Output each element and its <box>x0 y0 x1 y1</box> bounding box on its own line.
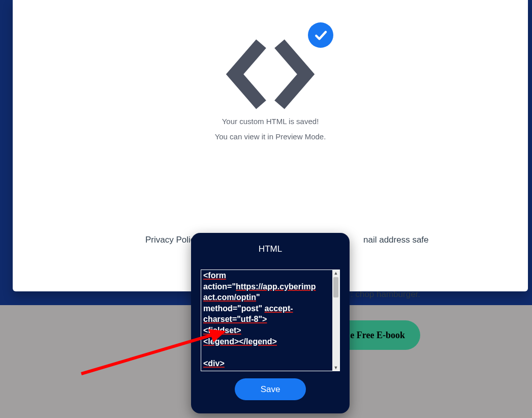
free-ebook-label: e Free E-book <box>350 330 405 341</box>
code-line-10: <label <box>203 370 227 371</box>
html-code-textarea[interactable]: <form action="https://app.cyberimp act.c… <box>201 270 340 371</box>
code-line-1: <form <box>203 271 226 280</box>
html-editor-modal: HTML <form action="https://app.cyberimp … <box>191 233 350 413</box>
code-line-6: <fieldset> <box>203 326 241 335</box>
check-badge-icon <box>308 22 333 48</box>
saved-message-line2: You can view it in Preview Mode. <box>13 132 528 141</box>
saved-message-line1: Your custom HTML is saved! <box>13 117 528 126</box>
code-line-9: <div> <box>203 359 225 368</box>
code-line-2a: action=" <box>203 282 236 291</box>
code-line-7: <legend></legend> <box>203 337 277 346</box>
save-button[interactable]: Save <box>235 378 306 400</box>
privacy-text-right-fragment: nail address safe <box>363 235 429 245</box>
code-line-3b: " <box>256 293 260 302</box>
scrollbar-thumb[interactable] <box>333 277 338 297</box>
code-content[interactable]: <form action="https://app.cyberimp act.c… <box>201 270 332 371</box>
scrollbar-up-icon[interactable]: ▲ <box>332 270 339 276</box>
scrollbar-track[interactable]: ▲ ▼ <box>332 270 339 371</box>
save-button-label: Save <box>261 384 280 394</box>
code-line-4a: method="post" <box>203 304 265 313</box>
code-line-5: charset="utf-8"> <box>203 315 267 323</box>
scrollbar-down-icon[interactable]: ▼ <box>332 365 339 371</box>
code-line-3a: act.com/optin <box>203 293 256 302</box>
code-brackets-icon <box>220 23 321 110</box>
modal-title: HTML <box>191 244 350 254</box>
code-line-2b: https://app.cyberimp <box>236 282 316 291</box>
code-line-4b: accept- <box>265 304 293 313</box>
